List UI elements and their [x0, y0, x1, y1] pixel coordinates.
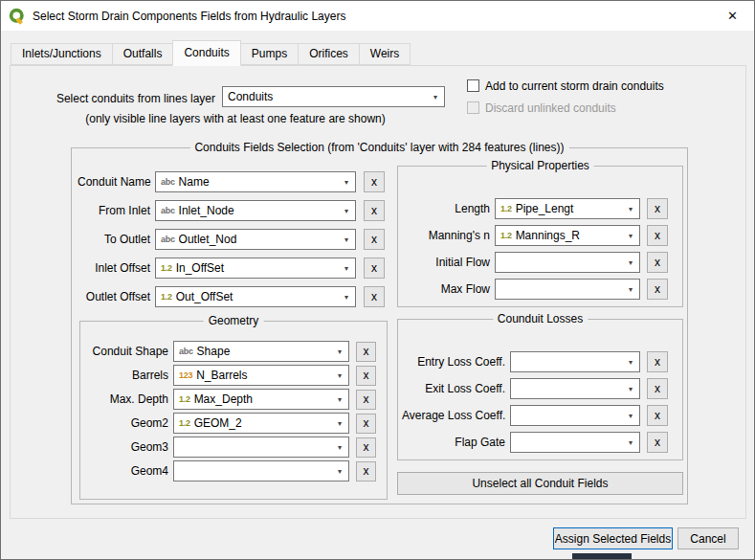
assign-selected-fields-button[interactable]: Assign Selected Fields [553, 527, 673, 549]
clear-field-button[interactable]: x [364, 171, 385, 192]
conduit-losses-group: Counduit Losses Entry Loss Coeff. ▾ x [397, 319, 683, 460]
field-type-icon: 1.2 [161, 292, 172, 302]
tab-label: Inlets/Junctions [22, 47, 101, 60]
field-row: To Outlet abc Outlet_Nod ▾ x [78, 229, 385, 250]
clear-field-button[interactable]: x [356, 390, 376, 410]
checkbox-box[interactable] [467, 79, 479, 92]
field-label: Manning's n [402, 229, 490, 242]
field-label: Conduit Name [78, 175, 150, 189]
field-row: Conduit Name abc Name ▾ x [78, 171, 385, 192]
field-combobox[interactable]: ▾ [495, 279, 640, 300]
field-row: Barrels 123 N_Barrels ▾ x [84, 365, 376, 386]
checkbox[interactable]: Add to current storm drain conduits [467, 78, 664, 93]
layer-select-label: Select conduits from lines layer [30, 92, 215, 105]
field-combobox[interactable]: ▾ [173, 460, 349, 482]
field-type-icon: abc [161, 235, 175, 244]
clear-field-button[interactable]: x [647, 252, 668, 273]
field-combobox[interactable]: ▾ [510, 378, 640, 399]
field-row: Geom3 ▾ x [84, 437, 376, 458]
field-combobox[interactable]: 1.2 Pipe_Lengt ▾ [495, 198, 640, 219]
chevron-down-icon: ▾ [333, 467, 346, 476]
field-combobox[interactable]: abc Inlet_Node ▾ [155, 200, 356, 221]
field-label: From Inlet [78, 204, 150, 217]
field-combobox-value: N_Barrels [196, 369, 333, 382]
chevron-down-icon: ▾ [624, 358, 637, 367]
field-combobox[interactable]: 1.2 In_OffSet ▾ [155, 258, 356, 279]
chevron-down-icon: ▾ [429, 93, 442, 101]
field-combobox[interactable]: 1.2 Max_Depth ▾ [173, 389, 349, 410]
clear-field-button[interactable]: x [647, 432, 668, 453]
clear-field-button[interactable]: x [647, 225, 668, 246]
field-combobox[interactable]: ▾ [510, 405, 640, 426]
tab-panel-conduits: Select conduits from lines layer Conduit… [10, 65, 746, 519]
field-row: Outlet Offset 1.2 Out_OffSet ▾ x [78, 286, 385, 307]
chevron-down-icon: ▾ [333, 347, 346, 356]
checkbox-box[interactable] [467, 101, 479, 114]
clear-field-button[interactable]: x [356, 437, 376, 458]
field-combobox-value: Name [179, 175, 340, 189]
unselect-all-conduit-fields-button[interactable]: Unselect all Conduit Fields [397, 472, 683, 495]
tab[interactable]: Weirs [359, 43, 411, 65]
field-combobox-value: Out_OffSet [176, 290, 340, 303]
field-type-icon: abc [161, 206, 175, 215]
tab[interactable]: Orifices [298, 43, 360, 65]
chevron-down-icon: ▾ [340, 293, 353, 302]
tab[interactable]: Conduits [172, 40, 240, 66]
clear-field-button[interactable]: x [647, 351, 668, 372]
geometry-fields-list: Conduit Shape abc Shape ▾ x Barrels [84, 341, 376, 484]
field-combobox-value: In_OffSet [176, 261, 340, 275]
checkbox[interactable]: Discard unlinked conduits [467, 101, 664, 115]
field-combobox[interactable]: ▾ [510, 351, 640, 372]
field-combobox[interactable]: abc Outlet_Nod ▾ [155, 229, 356, 250]
field-combobox[interactable]: 1.2 GEOM_2 ▾ [173, 413, 349, 434]
clear-field-button[interactable]: x [647, 198, 668, 219]
field-type-icon: abc [161, 177, 175, 187]
tab-label: Outfalls [123, 47, 163, 60]
field-row: Geom2 1.2 GEOM_2 ▾ x [84, 413, 376, 434]
clear-field-button[interactable]: x [364, 258, 385, 279]
field-combobox-value: Inlet_Node [179, 204, 340, 217]
clear-field-button[interactable]: x [356, 414, 376, 434]
geometry-group-title: Geometry [204, 314, 264, 327]
field-combobox[interactable]: ▾ [173, 437, 349, 458]
cancel-button[interactable]: Cancel [677, 527, 739, 549]
chevron-down-icon: ▾ [340, 178, 353, 187]
field-combobox[interactable]: abc Name ▾ [155, 171, 356, 192]
close-button[interactable]: ✕ [711, 1, 754, 31]
clear-field-button[interactable]: x [364, 229, 385, 250]
field-combobox[interactable]: ▾ [510, 432, 640, 453]
field-label: Max Flow [402, 282, 490, 296]
clear-field-button[interactable]: x [364, 200, 385, 221]
layer-combobox[interactable]: Conduits ▾ [222, 86, 445, 107]
clear-field-button[interactable]: x [647, 279, 668, 300]
field-combobox-value: Outlet_Nod [179, 233, 340, 246]
field-type-icon: 123 [179, 370, 192, 380]
conduits-fields-selection-group: Conduits Fields Selection (from 'Conduit… [71, 147, 688, 504]
tab[interactable]: Pumps [240, 43, 299, 65]
field-label: Initial Flow [402, 256, 490, 269]
conduits-fields-selection-group-title: Conduits Fields Selection (from 'Conduit… [189, 141, 568, 154]
field-combobox[interactable]: ▾ [495, 252, 640, 273]
clear-field-button[interactable]: x [647, 405, 668, 426]
field-combobox[interactable]: 123 N_Barrels ▾ [173, 365, 349, 386]
field-row: Length 1.2 Pipe_Lengt ▾ x [402, 198, 668, 219]
field-combobox[interactable]: abc Shape ▾ [173, 341, 349, 362]
field-label: Barrels [84, 369, 168, 382]
title-bar[interactable]: Select Storm Drain Components Fields fro… [1, 1, 754, 31]
chevron-down-icon: ▾ [624, 258, 637, 267]
field-row: Entry Loss Coeff. ▾ x [402, 351, 668, 372]
tab-bar: Inlets/Junctions Outfalls Conduits Pumps… [11, 40, 410, 65]
tab[interactable]: Inlets/Junctions [11, 43, 113, 65]
field-combobox[interactable]: 1.2 Out_OffSet ▾ [155, 286, 356, 307]
conduit-main-fields-list: Conduit Name abc Name ▾ x From Inlet abc [78, 171, 385, 315]
tab[interactable]: Outfalls [112, 43, 174, 65]
field-type-icon: 1.2 [161, 263, 172, 273]
field-row: Average Loss Coeff. ▾ x [402, 405, 668, 426]
clear-field-button[interactable]: x [356, 366, 376, 386]
field-combobox[interactable]: 1.2 Mannings_R ▾ [495, 225, 640, 246]
clear-field-button[interactable]: x [356, 461, 376, 482]
clear-field-button[interactable]: x [364, 286, 385, 307]
clear-field-button[interactable]: x [356, 342, 376, 362]
geometry-group: Geometry Conduit Shape abc Shape ▾ x [79, 321, 388, 500]
clear-field-button[interactable]: x [647, 378, 668, 399]
